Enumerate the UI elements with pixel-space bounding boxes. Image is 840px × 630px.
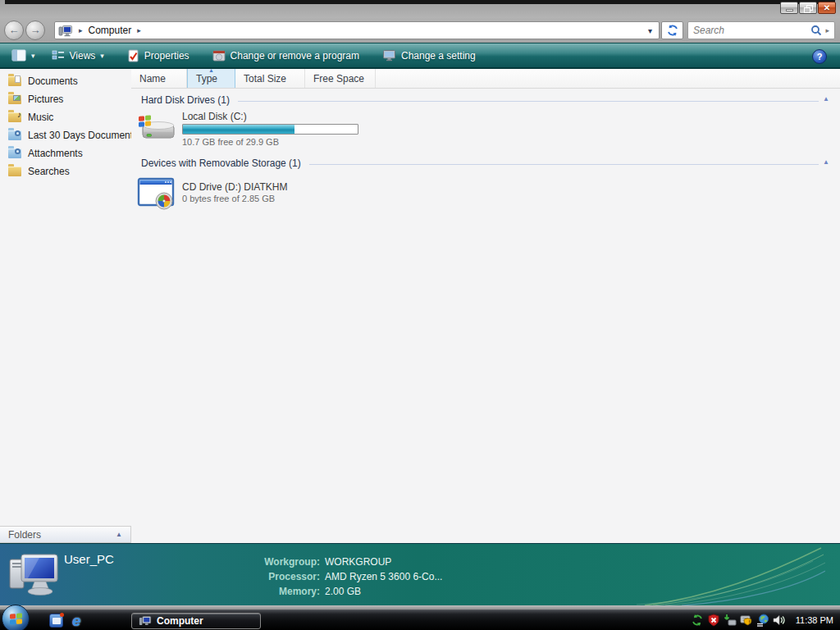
back-button[interactable]: ←: [4, 21, 24, 40]
music-folder-icon: ♪: [8, 112, 21, 122]
restore-button[interactable]: [799, 2, 817, 14]
search-box[interactable]: Search ▸: [687, 21, 835, 39]
sidebar-item-label: Last 30 Days Documents: [28, 130, 131, 141]
explorer-window: ✕ ← → ▸ Computer ▸ ▾: [0, 0, 840, 630]
cd-free-space-text: 0 bytes free of 2.85 GB: [182, 194, 275, 203]
command-toolbar: ▾ Views ▾ Properties: [0, 43, 840, 69]
svg-text:!: !: [748, 619, 750, 625]
sidebar-item-attachments[interactable]: Attachments: [0, 144, 131, 162]
cd-drive-icon[interactable]: [137, 176, 176, 212]
window-glass-edge: [5, 0, 835, 4]
address-bar[interactable]: ▸ Computer ▸ ▾: [54, 21, 660, 39]
sidebar-item-searches[interactable]: Searches: [0, 162, 131, 180]
collapse-group-icon[interactable]: ▲: [823, 158, 829, 166]
restore-icon: [804, 5, 812, 11]
program-disc-icon: [212, 49, 226, 62]
folders-bar[interactable]: Folders ▲: [0, 526, 131, 543]
group-header-hard-disk-drives[interactable]: Hard Disk Drives (1) ▲: [141, 94, 840, 107]
taskbar: e Computer: [0, 609, 840, 630]
sidebar-item-label: Documents: [28, 75, 78, 87]
sidebar-item-label: Pictures: [28, 94, 63, 105]
chevron-down-icon: ▾: [31, 52, 35, 60]
windows-update-icon[interactable]: !: [740, 614, 753, 627]
change-setting-button[interactable]: Change a setting: [374, 45, 484, 66]
change-remove-program-label: Change or remove a program: [231, 50, 359, 62]
refresh-button[interactable]: [661, 21, 683, 39]
sort-ascending-icon: ▲: [208, 67, 214, 73]
sidebar-item-last-30-days-documents[interactable]: Last 30 Days Documents: [0, 126, 131, 144]
views-icon: [52, 50, 65, 62]
security-alert-shield-icon[interactable]: [707, 614, 720, 627]
close-icon: ✕: [824, 3, 830, 12]
collapse-folders-icon: ▲: [116, 531, 122, 538]
properties-button[interactable]: Properties: [119, 45, 198, 66]
sync-icon[interactable]: [691, 614, 704, 627]
taskbar-clock[interactable]: 11:38 PM: [796, 610, 833, 630]
properties-label: Properties: [144, 50, 189, 62]
column-header-total-size[interactable]: Total Size: [235, 69, 305, 88]
column-header-type[interactable]: ▲ Type: [187, 69, 235, 88]
search-input[interactable]: Search: [693, 25, 810, 36]
details-pane: User_PC Workgroup: WORKGROUP Processor: …: [0, 543, 840, 605]
search-folder-icon: [8, 148, 21, 158]
details-row: Memory: 2.00 GB: [205, 584, 442, 599]
settings-monitor-icon: [382, 49, 396, 62]
change-remove-program-button[interactable]: Change or remove a program: [204, 45, 368, 66]
chevron-down-icon: ▾: [100, 52, 104, 60]
minimize-icon: [786, 9, 793, 11]
details-value: 2.00 GB: [325, 584, 361, 599]
breadcrumb-arrow-icon[interactable]: ▸: [137, 26, 141, 34]
drive-free-space-text: 10.7 GB free of 29.9 GB: [182, 137, 279, 147]
safely-remove-hardware-icon[interactable]: [724, 614, 737, 627]
hard-drive-icon[interactable]: [136, 112, 177, 149]
help-button[interactable]: ?: [812, 49, 827, 64]
properties-icon: [127, 49, 139, 62]
volume-icon[interactable]: [773, 614, 786, 627]
sidebar-item-label: Music: [28, 112, 53, 123]
change-setting-label: Change a setting: [401, 50, 476, 62]
start-button[interactable]: [2, 605, 30, 630]
column-header-name[interactable]: Name: [131, 69, 187, 88]
minimize-button[interactable]: [780, 2, 798, 14]
computer-icon: [139, 615, 152, 627]
taskbar-button-computer[interactable]: Computer: [131, 613, 261, 629]
column-header-type-label: Type: [196, 73, 217, 84]
forward-arrow-icon: →: [30, 24, 41, 36]
sidebar-item-documents[interactable]: Documents: [0, 72, 131, 90]
disk-usage-fill: [183, 125, 294, 134]
sidebar-item-label: Attachments: [28, 148, 83, 159]
close-button[interactable]: ✕: [818, 2, 836, 14]
sidebar-item-music[interactable]: ♪ Music: [0, 108, 131, 126]
drive-name-local-disk[interactable]: Local Disk (C:): [182, 111, 247, 122]
help-icon: ?: [817, 52, 823, 62]
documents-folder-icon: [8, 76, 21, 86]
search-icon[interactable]: [810, 25, 822, 36]
refresh-icon: [666, 24, 679, 37]
breadcrumb-computer[interactable]: Computer: [89, 25, 132, 36]
windows-logo-icon: [10, 613, 22, 624]
column-header-free-space[interactable]: Free Space: [305, 69, 376, 88]
collapse-group-icon[interactable]: ▲: [823, 95, 829, 103]
details-label: Memory:: [205, 584, 320, 599]
network-icon[interactable]: [756, 614, 769, 627]
details-row: Processor: AMD Ryzen 5 3600 6-Co...: [205, 569, 442, 584]
navigation-sidebar: Documents Pictures ♪ Music Last 30 Days …: [0, 69, 131, 526]
address-history-dropdown[interactable]: ▾: [645, 26, 655, 35]
internet-explorer-icon[interactable]: e: [72, 614, 86, 628]
search-options-arrow-icon[interactable]: ▸: [825, 26, 829, 34]
address-row: ← → ▸ Computer ▸ ▾ Search: [0, 18, 840, 43]
sidebar-item-pictures[interactable]: Pictures: [0, 90, 131, 108]
drive-name-cd[interactable]: CD Drive (D:) DIATKHM: [182, 181, 287, 193]
show-desktop-icon[interactable]: [49, 614, 63, 628]
pictures-folder-icon: [8, 94, 21, 104]
computer-icon: [58, 25, 73, 37]
computer-icon-large[interactable]: [7, 548, 61, 600]
forward-button[interactable]: →: [25, 21, 45, 40]
layout-button[interactable]: ▾: [3, 45, 43, 66]
details-value: AMD Ryzen 5 3600 6-Co...: [325, 569, 442, 584]
group-header-removable-storage[interactable]: Devices with Removable Storage (1) ▲: [141, 157, 840, 170]
disk-usage-bar: [182, 124, 358, 135]
title-bar: ✕: [0, 0, 840, 18]
views-button[interactable]: Views ▾: [43, 45, 112, 66]
details-row: Workgroup: WORKGROUP: [205, 555, 442, 569]
